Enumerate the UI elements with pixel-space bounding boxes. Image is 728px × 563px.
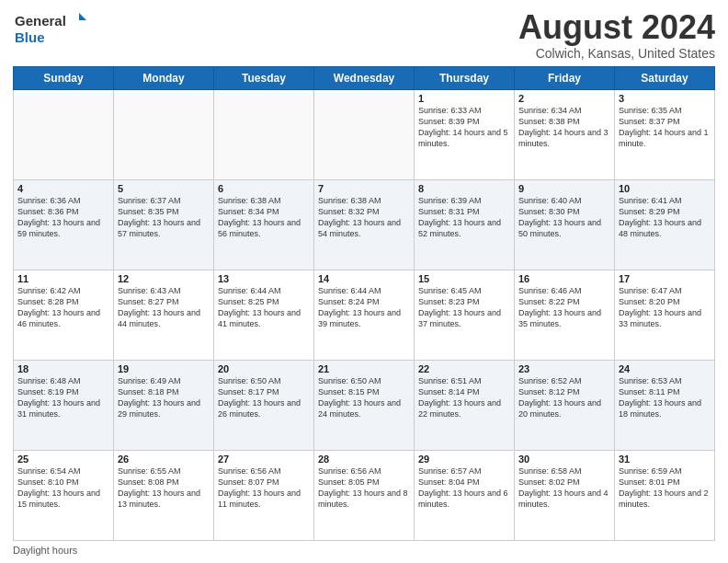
day-number: 2 <box>518 93 610 104</box>
calendar-cell <box>314 89 415 179</box>
day-info: Sunrise: 6:46 AMSunset: 8:22 PMDaylight:… <box>518 285 610 330</box>
day-info: Sunrise: 6:51 AMSunset: 8:14 PMDaylight:… <box>418 375 510 420</box>
day-info: Sunrise: 6:39 AMSunset: 8:31 PMDaylight:… <box>418 195 510 240</box>
day-number: 8 <box>418 183 510 194</box>
calendar-cell: 28 Sunrise: 6:56 AMSunset: 8:05 PMDaylig… <box>314 450 415 540</box>
calendar-cell <box>114 89 214 179</box>
day-number: 11 <box>17 273 109 284</box>
day-info: Sunrise: 6:58 AMSunset: 8:02 PMDaylight:… <box>518 465 610 511</box>
day-info: Sunrise: 6:38 AMSunset: 8:34 PMDaylight:… <box>218 195 310 240</box>
calendar-cell: 15 Sunrise: 6:45 AMSunset: 8:23 PMDaylig… <box>415 270 515 360</box>
day-number: 27 <box>218 454 310 465</box>
day-info: Sunrise: 6:49 AMSunset: 8:18 PMDaylight:… <box>118 375 210 420</box>
day-info: Sunrise: 6:41 AMSunset: 8:29 PMDaylight:… <box>619 195 711 240</box>
footer-note: Daylight hours <box>13 545 715 556</box>
calendar-cell: 4 Sunrise: 6:36 AMSunset: 8:36 PMDayligh… <box>14 179 114 270</box>
day-info: Sunrise: 6:50 AMSunset: 8:15 PMDaylight:… <box>318 375 410 420</box>
day-info: Sunrise: 6:47 AMSunset: 8:20 PMDaylight:… <box>619 285 711 330</box>
day-number: 15 <box>418 273 510 284</box>
calendar-cell: 11 Sunrise: 6:42 AMSunset: 8:28 PMDaylig… <box>14 270 114 360</box>
calendar-cell: 14 Sunrise: 6:44 AMSunset: 8:24 PMDaylig… <box>314 270 415 360</box>
day-number: 31 <box>619 454 711 465</box>
calendar-cell: 16 Sunrise: 6:46 AMSunset: 8:22 PMDaylig… <box>515 270 615 360</box>
calendar-cell: 22 Sunrise: 6:51 AMSunset: 8:14 PMDaylig… <box>415 360 515 450</box>
day-number: 28 <box>318 454 410 465</box>
day-info: Sunrise: 6:56 AMSunset: 8:05 PMDaylight:… <box>318 465 410 511</box>
day-number: 17 <box>619 273 711 284</box>
calendar-cell: 10 Sunrise: 6:41 AMSunset: 8:29 PMDaylig… <box>615 179 715 270</box>
calendar-cell: 24 Sunrise: 6:53 AMSunset: 8:11 PMDaylig… <box>615 360 715 450</box>
calendar-cell <box>214 89 314 179</box>
calendar: Sunday Monday Tuesday Wednesday Thursday… <box>13 66 715 541</box>
day-info: Sunrise: 6:45 AMSunset: 8:23 PMDaylight:… <box>418 285 510 330</box>
header-row: Sunday Monday Tuesday Wednesday Thursday… <box>14 66 715 89</box>
svg-text:General: General <box>15 13 66 29</box>
day-info: Sunrise: 6:38 AMSunset: 8:32 PMDaylight:… <box>318 195 410 240</box>
day-number: 25 <box>17 454 109 465</box>
logo-svg: General Blue <box>13 9 86 48</box>
svg-text:Blue: Blue <box>15 29 45 45</box>
title-block: August 2024 Colwich, Kansas, United Stat… <box>518 9 715 61</box>
day-number: 14 <box>318 273 410 284</box>
calendar-week-1: 4 Sunrise: 6:36 AMSunset: 8:36 PMDayligh… <box>14 179 715 270</box>
calendar-week-0: 1 Sunrise: 6:33 AMSunset: 8:39 PMDayligh… <box>14 89 715 179</box>
calendar-cell: 17 Sunrise: 6:47 AMSunset: 8:20 PMDaylig… <box>615 270 715 360</box>
calendar-cell: 19 Sunrise: 6:49 AMSunset: 8:18 PMDaylig… <box>114 360 214 450</box>
calendar-cell: 18 Sunrise: 6:48 AMSunset: 8:19 PMDaylig… <box>14 360 114 450</box>
day-info: Sunrise: 6:36 AMSunset: 8:36 PMDaylight:… <box>17 195 109 240</box>
day-number: 7 <box>318 183 410 194</box>
calendar-cell: 20 Sunrise: 6:50 AMSunset: 8:17 PMDaylig… <box>214 360 314 450</box>
calendar-cell: 8 Sunrise: 6:39 AMSunset: 8:31 PMDayligh… <box>415 179 515 270</box>
calendar-cell: 5 Sunrise: 6:37 AMSunset: 8:35 PMDayligh… <box>114 179 214 270</box>
col-wednesday: Wednesday <box>314 66 415 89</box>
calendar-cell: 9 Sunrise: 6:40 AMSunset: 8:30 PMDayligh… <box>515 179 615 270</box>
day-number: 18 <box>17 363 109 374</box>
day-info: Sunrise: 6:59 AMSunset: 8:01 PMDaylight:… <box>619 465 711 511</box>
calendar-cell: 13 Sunrise: 6:44 AMSunset: 8:25 PMDaylig… <box>214 270 314 360</box>
day-info: Sunrise: 6:43 AMSunset: 8:27 PMDaylight:… <box>118 285 210 330</box>
day-number: 23 <box>518 363 610 374</box>
day-info: Sunrise: 6:33 AMSunset: 8:39 PMDaylight:… <box>418 105 510 150</box>
calendar-cell: 23 Sunrise: 6:52 AMSunset: 8:12 PMDaylig… <box>515 360 615 450</box>
col-friday: Friday <box>515 66 615 89</box>
location: Colwich, Kansas, United States <box>518 46 715 61</box>
col-sunday: Sunday <box>14 66 114 89</box>
col-saturday: Saturday <box>615 66 715 89</box>
calendar-cell: 26 Sunrise: 6:55 AMSunset: 8:08 PMDaylig… <box>114 450 214 540</box>
day-number: 9 <box>518 183 610 194</box>
page: General Blue August 2024 Colwich, Kansas… <box>0 0 728 563</box>
day-info: Sunrise: 6:42 AMSunset: 8:28 PMDaylight:… <box>17 285 109 330</box>
calendar-cell: 30 Sunrise: 6:58 AMSunset: 8:02 PMDaylig… <box>515 450 615 540</box>
day-number: 21 <box>318 363 410 374</box>
day-info: Sunrise: 6:44 AMSunset: 8:25 PMDaylight:… <box>218 285 310 330</box>
day-number: 12 <box>118 273 210 284</box>
calendar-cell: 29 Sunrise: 6:57 AMSunset: 8:04 PMDaylig… <box>415 450 515 540</box>
day-number: 4 <box>17 183 109 194</box>
col-monday: Monday <box>114 66 214 89</box>
calendar-cell: 25 Sunrise: 6:54 AMSunset: 8:10 PMDaylig… <box>14 450 114 540</box>
day-info: Sunrise: 6:54 AMSunset: 8:10 PMDaylight:… <box>17 465 109 511</box>
day-info: Sunrise: 6:52 AMSunset: 8:12 PMDaylight:… <box>518 375 610 420</box>
day-number: 10 <box>619 183 711 194</box>
day-info: Sunrise: 6:35 AMSunset: 8:37 PMDaylight:… <box>619 105 711 150</box>
calendar-cell: 6 Sunrise: 6:38 AMSunset: 8:34 PMDayligh… <box>214 179 314 270</box>
day-number: 1 <box>418 93 510 104</box>
calendar-cell: 12 Sunrise: 6:43 AMSunset: 8:27 PMDaylig… <box>114 270 214 360</box>
day-number: 24 <box>619 363 711 374</box>
calendar-cell: 27 Sunrise: 6:56 AMSunset: 8:07 PMDaylig… <box>214 450 314 540</box>
day-info: Sunrise: 6:56 AMSunset: 8:07 PMDaylight:… <box>218 465 310 511</box>
day-number: 13 <box>218 273 310 284</box>
day-info: Sunrise: 6:40 AMSunset: 8:30 PMDaylight:… <box>518 195 610 240</box>
day-number: 3 <box>619 93 711 104</box>
calendar-week-4: 25 Sunrise: 6:54 AMSunset: 8:10 PMDaylig… <box>14 450 715 540</box>
col-tuesday: Tuesday <box>214 66 314 89</box>
day-info: Sunrise: 6:55 AMSunset: 8:08 PMDaylight:… <box>118 465 210 511</box>
calendar-cell: 21 Sunrise: 6:50 AMSunset: 8:15 PMDaylig… <box>314 360 415 450</box>
day-info: Sunrise: 6:48 AMSunset: 8:19 PMDaylight:… <box>17 375 109 420</box>
day-number: 22 <box>418 363 510 374</box>
day-info: Sunrise: 6:50 AMSunset: 8:17 PMDaylight:… <box>218 375 310 420</box>
day-number: 5 <box>118 183 210 194</box>
day-info: Sunrise: 6:37 AMSunset: 8:35 PMDaylight:… <box>118 195 210 240</box>
day-number: 26 <box>118 454 210 465</box>
calendar-cell: 3 Sunrise: 6:35 AMSunset: 8:37 PMDayligh… <box>615 89 715 179</box>
